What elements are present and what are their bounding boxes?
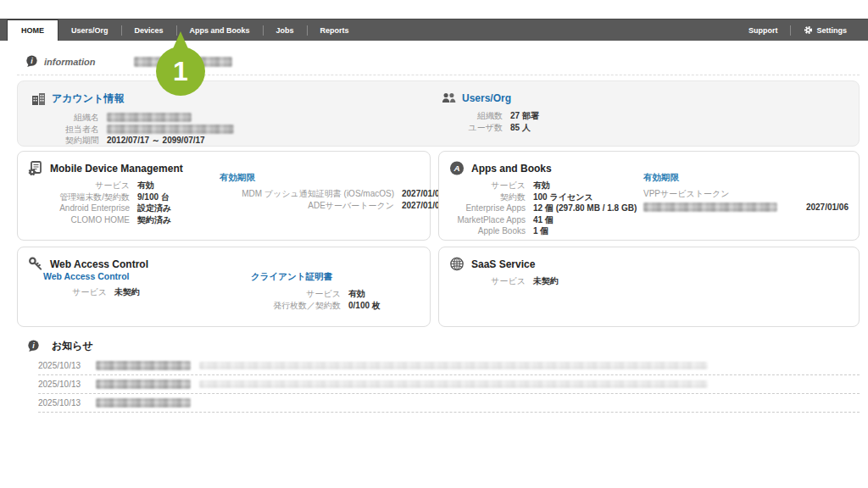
info-bubble-icon: i	[27, 340, 40, 352]
row-value: 設定済み	[137, 202, 171, 214]
tab-reports[interactable]: Reports	[308, 19, 362, 41]
news-section-header: i お知らせ	[27, 339, 93, 353]
row-label: サービス	[251, 288, 341, 300]
contact-name-redacted	[107, 125, 234, 134]
home-dashboard: HOME Users/Org Devices Apps and Books Jo…	[0, 0, 868, 488]
info-bubble-icon: i	[25, 55, 38, 68]
vpp-expiry-section: 有効期限 VPPサービストークン 2027/01/06	[643, 172, 849, 212]
row-value: 有効	[533, 180, 550, 191]
news-item[interactable]: 2025/10/13	[38, 375, 860, 394]
buildings-icon	[31, 92, 46, 105]
news-date: 2025/10/13	[38, 361, 91, 370]
expiry-heading: 有効期限	[643, 172, 849, 184]
row-value: 41 個	[533, 214, 554, 226]
row-label: 契約期間	[31, 135, 99, 147]
row-value: 有効	[137, 180, 154, 191]
users-org-section: Users/Org 組織数 27 部署 ユーザ数 85 人	[442, 92, 539, 133]
information-redacted-text	[134, 57, 232, 67]
account-info-title[interactable]: アカウント情報	[52, 92, 124, 106]
mdm-card: Mobile Device Management サービス有効 管理端末数/契約…	[17, 151, 431, 241]
account-info-section: アカウント情報 組織名 担当者名 契約期間 2012/07/17 ～ 2099/…	[31, 92, 234, 147]
news-text-redacted-faint	[199, 362, 708, 369]
news-list: 2025/10/13 2025/10/13 2025/10/13	[38, 357, 860, 413]
section-divider	[17, 75, 860, 75]
svg-text:A: A	[453, 164, 459, 173]
news-text-redacted	[96, 380, 191, 389]
tab-home[interactable]: HOME	[7, 19, 58, 41]
saas-card-title: SaaS Service	[471, 258, 535, 270]
row-label: MDM プッシュ通知証明書 (iOS/macOS)	[220, 188, 394, 200]
apps-books-card: A Apps and Books サービス有効 契約数100 ライセンス Ent…	[438, 151, 860, 241]
settings-button[interactable]: Settings	[791, 19, 860, 41]
settings-label: Settings	[816, 26, 847, 35]
tab-apps-and-books[interactable]: Apps and Books	[177, 19, 263, 41]
row-value: 契約済み	[137, 214, 171, 226]
account-row: 組織名	[31, 112, 234, 124]
account-row: 契約期間 2012/07/17 ～ 2099/07/17	[31, 135, 234, 147]
row-label: 組織数	[442, 110, 503, 122]
mdm-card-title: Mobile Device Management	[50, 163, 183, 175]
saas-service-card: SaaS Service サービス未契約	[438, 247, 860, 327]
news-item[interactable]: 2025/10/13	[38, 394, 860, 413]
client-certificate-link[interactable]: クライアント証明書	[251, 271, 381, 283]
vpp-token-redacted	[643, 202, 777, 212]
row-label: Android Enterprise	[30, 202, 130, 214]
saas-status-list: サービス未契約	[451, 275, 559, 287]
tab-devices[interactable]: Devices	[122, 19, 176, 41]
tab-jobs[interactable]: Jobs	[264, 19, 307, 41]
gear-icon	[804, 25, 813, 35]
row-label: サービス	[30, 180, 130, 191]
web-access-card-title: Web Access Control	[50, 258, 148, 270]
top-navbar: HOME Users/Org Devices Apps and Books Jo…	[0, 19, 868, 41]
account-panel: アカウント情報 組織名 担当者名 契約期間 2012/07/17 ～ 2099/…	[17, 80, 860, 147]
contract-period-value: 2012/07/17 ～ 2099/07/17	[107, 135, 205, 147]
expiry-heading: 有効期限	[220, 172, 444, 184]
information-row: i information	[25, 55, 232, 68]
app-store-icon: A	[449, 161, 465, 175]
row-label: サービス	[451, 180, 526, 191]
news-date: 2025/10/13	[38, 398, 91, 408]
information-label: information	[44, 57, 96, 67]
news-item[interactable]: 2025/10/13	[38, 357, 860, 375]
row-label: 担当者名	[31, 124, 99, 136]
users-org-title[interactable]: Users/Org	[462, 92, 511, 104]
row-value: 0/100 枚	[348, 300, 381, 312]
vpp-token-expiry-date: 2027/01/06	[806, 202, 849, 212]
users-icon	[442, 92, 456, 104]
mdm-device-gear-icon	[28, 161, 43, 175]
row-label: 管理端末数/契約数	[30, 191, 130, 203]
row-value: 9/100 台	[137, 191, 170, 203]
org-count-value: 27 部署	[510, 110, 539, 122]
client-cert-subsection: クライアント証明書 サービス有効 発行枚数／契約数0/100 枚	[251, 271, 381, 311]
row-label: Apple Books	[451, 225, 526, 237]
web-access-control-link[interactable]: Web Access Control	[43, 271, 140, 281]
news-date: 2025/10/13	[38, 380, 91, 389]
row-value: 有効	[348, 288, 365, 300]
users-org-row: 組織数 27 部署	[442, 110, 539, 122]
row-label: 発行枚数／契約数	[251, 300, 341, 312]
globe-icon	[449, 257, 465, 271]
tab-users-org[interactable]: Users/Org	[58, 19, 121, 41]
news-text-redacted-faint	[199, 380, 708, 388]
key-icon	[28, 257, 43, 271]
row-label: サービス	[43, 286, 107, 298]
support-link[interactable]: Support	[736, 19, 791, 41]
row-value: 未契約	[533, 275, 559, 287]
row-label: 契約数	[451, 191, 526, 203]
news-text-redacted	[96, 398, 191, 408]
row-label: 組織名	[31, 112, 99, 124]
row-label: Enterprise Apps	[451, 202, 526, 214]
user-count-value: 85 人	[510, 122, 531, 134]
vpp-token-label: VPPサービストークン	[643, 188, 849, 200]
row-value: 未契約	[114, 286, 140, 298]
row-label: ユーザ数	[442, 122, 503, 134]
mdm-expiry-section: 有効期限 MDM プッシュ通知証明書 (iOS/macOS)2027/01/06…	[220, 172, 444, 211]
row-label: CLOMO HOME	[30, 214, 130, 226]
mdm-status-list: サービス有効 管理端末数/契約数9/100 台 Android Enterpri…	[30, 180, 171, 225]
web-access-subsection: Web Access Control サービス未契約	[43, 271, 140, 298]
row-label: サービス	[451, 275, 526, 287]
row-value: 1 個	[533, 225, 548, 237]
account-row: 担当者名	[31, 124, 234, 136]
apps-books-status-list: サービス有効 契約数100 ライセンス Enterprise Apps12 個 …	[451, 180, 637, 237]
row-value: 12 個 (297.80 MB / 1.8 GB)	[533, 202, 637, 214]
